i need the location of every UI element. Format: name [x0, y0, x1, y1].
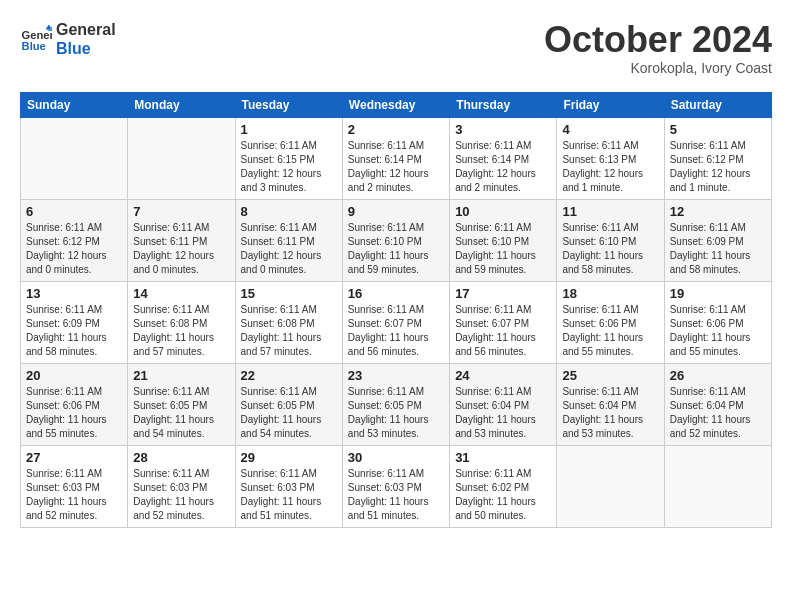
- day-info: Sunrise: 6:11 AMSunset: 6:05 PMDaylight:…: [348, 385, 444, 441]
- calendar-week-row: 20Sunrise: 6:11 AMSunset: 6:06 PMDayligh…: [21, 363, 772, 445]
- day-number: 26: [670, 368, 766, 383]
- calendar-weekday-header: Tuesday: [235, 92, 342, 117]
- day-number: 23: [348, 368, 444, 383]
- calendar-day-cell: 27Sunrise: 6:11 AMSunset: 6:03 PMDayligh…: [21, 445, 128, 527]
- calendar-day-cell: 9Sunrise: 6:11 AMSunset: 6:10 PMDaylight…: [342, 199, 449, 281]
- calendar-weekday-header: Monday: [128, 92, 235, 117]
- calendar-day-cell: 13Sunrise: 6:11 AMSunset: 6:09 PMDayligh…: [21, 281, 128, 363]
- day-number: 27: [26, 450, 122, 465]
- day-number: 3: [455, 122, 551, 137]
- day-number: 8: [241, 204, 337, 219]
- month-title: October 2024: [544, 20, 772, 60]
- calendar-weekday-header: Friday: [557, 92, 664, 117]
- svg-text:Blue: Blue: [22, 40, 46, 52]
- day-number: 21: [133, 368, 229, 383]
- calendar-day-cell: 22Sunrise: 6:11 AMSunset: 6:05 PMDayligh…: [235, 363, 342, 445]
- day-number: 25: [562, 368, 658, 383]
- calendar-body: 1Sunrise: 6:11 AMSunset: 6:15 PMDaylight…: [21, 117, 772, 527]
- day-info: Sunrise: 6:11 AMSunset: 6:04 PMDaylight:…: [455, 385, 551, 441]
- calendar-week-row: 1Sunrise: 6:11 AMSunset: 6:15 PMDaylight…: [21, 117, 772, 199]
- day-info: Sunrise: 6:11 AMSunset: 6:06 PMDaylight:…: [26, 385, 122, 441]
- logo: General Blue General Blue: [20, 20, 116, 58]
- day-number: 12: [670, 204, 766, 219]
- day-number: 2: [348, 122, 444, 137]
- calendar-week-row: 27Sunrise: 6:11 AMSunset: 6:03 PMDayligh…: [21, 445, 772, 527]
- day-info: Sunrise: 6:11 AMSunset: 6:12 PMDaylight:…: [670, 139, 766, 195]
- day-number: 31: [455, 450, 551, 465]
- calendar-day-cell: 17Sunrise: 6:11 AMSunset: 6:07 PMDayligh…: [450, 281, 557, 363]
- day-info: Sunrise: 6:11 AMSunset: 6:13 PMDaylight:…: [562, 139, 658, 195]
- day-number: 13: [26, 286, 122, 301]
- logo-icon: General Blue: [20, 23, 52, 55]
- calendar-day-cell: 19Sunrise: 6:11 AMSunset: 6:06 PMDayligh…: [664, 281, 771, 363]
- calendar-day-cell: 25Sunrise: 6:11 AMSunset: 6:04 PMDayligh…: [557, 363, 664, 445]
- calendar-day-cell: 31Sunrise: 6:11 AMSunset: 6:02 PMDayligh…: [450, 445, 557, 527]
- calendar-day-cell: [21, 117, 128, 199]
- day-number: 15: [241, 286, 337, 301]
- calendar-day-cell: 14Sunrise: 6:11 AMSunset: 6:08 PMDayligh…: [128, 281, 235, 363]
- day-number: 17: [455, 286, 551, 301]
- calendar-day-cell: 30Sunrise: 6:11 AMSunset: 6:03 PMDayligh…: [342, 445, 449, 527]
- day-number: 29: [241, 450, 337, 465]
- day-info: Sunrise: 6:11 AMSunset: 6:03 PMDaylight:…: [26, 467, 122, 523]
- day-info: Sunrise: 6:11 AMSunset: 6:06 PMDaylight:…: [670, 303, 766, 359]
- calendar-day-cell: 24Sunrise: 6:11 AMSunset: 6:04 PMDayligh…: [450, 363, 557, 445]
- day-info: Sunrise: 6:11 AMSunset: 6:03 PMDaylight:…: [241, 467, 337, 523]
- day-info: Sunrise: 6:11 AMSunset: 6:11 PMDaylight:…: [241, 221, 337, 277]
- day-info: Sunrise: 6:11 AMSunset: 6:14 PMDaylight:…: [348, 139, 444, 195]
- calendar-day-cell: 29Sunrise: 6:11 AMSunset: 6:03 PMDayligh…: [235, 445, 342, 527]
- calendar-day-cell: 4Sunrise: 6:11 AMSunset: 6:13 PMDaylight…: [557, 117, 664, 199]
- calendar-day-cell: [128, 117, 235, 199]
- day-info: Sunrise: 6:11 AMSunset: 6:11 PMDaylight:…: [133, 221, 229, 277]
- day-number: 7: [133, 204, 229, 219]
- calendar-week-row: 13Sunrise: 6:11 AMSunset: 6:09 PMDayligh…: [21, 281, 772, 363]
- day-number: 24: [455, 368, 551, 383]
- day-number: 16: [348, 286, 444, 301]
- day-number: 22: [241, 368, 337, 383]
- day-info: Sunrise: 6:11 AMSunset: 6:12 PMDaylight:…: [26, 221, 122, 277]
- calendar-weekday-header: Thursday: [450, 92, 557, 117]
- calendar-day-cell: 6Sunrise: 6:11 AMSunset: 6:12 PMDaylight…: [21, 199, 128, 281]
- calendar-weekday-header: Sunday: [21, 92, 128, 117]
- calendar-day-cell: 10Sunrise: 6:11 AMSunset: 6:10 PMDayligh…: [450, 199, 557, 281]
- day-info: Sunrise: 6:11 AMSunset: 6:15 PMDaylight:…: [241, 139, 337, 195]
- page-header: General Blue General Blue October 2024 K…: [20, 20, 772, 76]
- calendar-day-cell: 12Sunrise: 6:11 AMSunset: 6:09 PMDayligh…: [664, 199, 771, 281]
- calendar-day-cell: 21Sunrise: 6:11 AMSunset: 6:05 PMDayligh…: [128, 363, 235, 445]
- day-number: 5: [670, 122, 766, 137]
- logo-line2: Blue: [56, 39, 116, 58]
- day-number: 30: [348, 450, 444, 465]
- day-info: Sunrise: 6:11 AMSunset: 6:08 PMDaylight:…: [241, 303, 337, 359]
- day-number: 20: [26, 368, 122, 383]
- calendar-day-cell: 11Sunrise: 6:11 AMSunset: 6:10 PMDayligh…: [557, 199, 664, 281]
- calendar-day-cell: 23Sunrise: 6:11 AMSunset: 6:05 PMDayligh…: [342, 363, 449, 445]
- calendar-day-cell: 1Sunrise: 6:11 AMSunset: 6:15 PMDaylight…: [235, 117, 342, 199]
- calendar-day-cell: 20Sunrise: 6:11 AMSunset: 6:06 PMDayligh…: [21, 363, 128, 445]
- day-number: 11: [562, 204, 658, 219]
- calendar-day-cell: 8Sunrise: 6:11 AMSunset: 6:11 PMDaylight…: [235, 199, 342, 281]
- calendar-day-cell: 16Sunrise: 6:11 AMSunset: 6:07 PMDayligh…: [342, 281, 449, 363]
- day-number: 28: [133, 450, 229, 465]
- day-info: Sunrise: 6:11 AMSunset: 6:04 PMDaylight:…: [670, 385, 766, 441]
- calendar-day-cell: 15Sunrise: 6:11 AMSunset: 6:08 PMDayligh…: [235, 281, 342, 363]
- calendar-weekday-header: Saturday: [664, 92, 771, 117]
- day-number: 10: [455, 204, 551, 219]
- calendar-table: SundayMondayTuesdayWednesdayThursdayFrid…: [20, 92, 772, 528]
- day-info: Sunrise: 6:11 AMSunset: 6:07 PMDaylight:…: [455, 303, 551, 359]
- calendar-day-cell: 28Sunrise: 6:11 AMSunset: 6:03 PMDayligh…: [128, 445, 235, 527]
- day-number: 9: [348, 204, 444, 219]
- day-info: Sunrise: 6:11 AMSunset: 6:04 PMDaylight:…: [562, 385, 658, 441]
- day-info: Sunrise: 6:11 AMSunset: 6:05 PMDaylight:…: [133, 385, 229, 441]
- day-number: 1: [241, 122, 337, 137]
- day-number: 14: [133, 286, 229, 301]
- day-info: Sunrise: 6:11 AMSunset: 6:10 PMDaylight:…: [562, 221, 658, 277]
- calendar-day-cell: 18Sunrise: 6:11 AMSunset: 6:06 PMDayligh…: [557, 281, 664, 363]
- calendar-day-cell: 3Sunrise: 6:11 AMSunset: 6:14 PMDaylight…: [450, 117, 557, 199]
- calendar-day-cell: [557, 445, 664, 527]
- location-subtitle: Korokopla, Ivory Coast: [544, 60, 772, 76]
- title-block: October 2024 Korokopla, Ivory Coast: [544, 20, 772, 76]
- day-info: Sunrise: 6:11 AMSunset: 6:05 PMDaylight:…: [241, 385, 337, 441]
- calendar-day-cell: 5Sunrise: 6:11 AMSunset: 6:12 PMDaylight…: [664, 117, 771, 199]
- day-info: Sunrise: 6:11 AMSunset: 6:10 PMDaylight:…: [348, 221, 444, 277]
- calendar-day-cell: 26Sunrise: 6:11 AMSunset: 6:04 PMDayligh…: [664, 363, 771, 445]
